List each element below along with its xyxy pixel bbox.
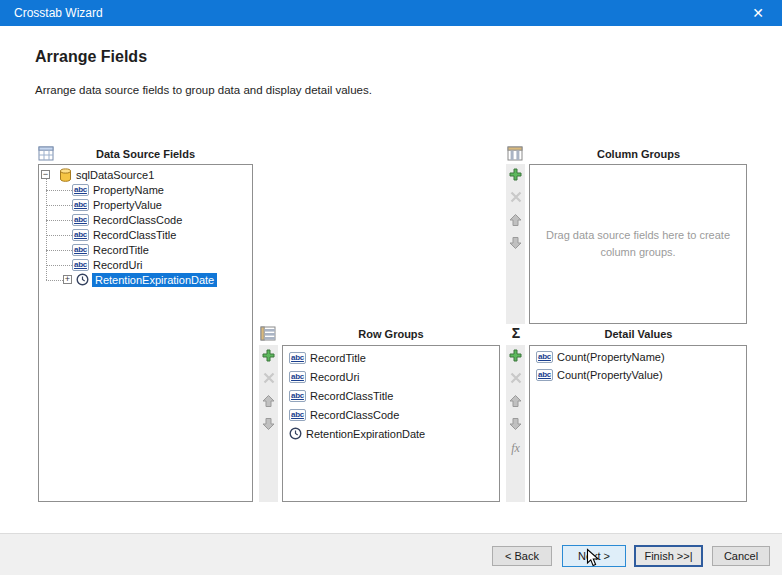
add-icon <box>261 348 276 366</box>
column-groups-placeholder: Drag data source fields here to create c… <box>530 165 746 323</box>
finish-button[interactable]: Finish >>| <box>634 545 703 567</box>
next-button[interactable]: Next > <box>562 545 626 567</box>
title-bar: Crosstab Wizard ✕ <box>0 0 782 26</box>
collapse-expander-icon[interactable]: − <box>41 170 50 179</box>
add-icon <box>508 167 523 185</box>
detail-values-toolbar: fx <box>506 345 525 502</box>
row-group-item[interactable]: RetentionExpirationDate <box>283 424 497 443</box>
tree-node-label: PropertyName <box>93 184 164 196</box>
text-field-icon: abc <box>72 244 89 256</box>
add-row-group-button[interactable] <box>261 349 276 364</box>
move-column-group-down-button[interactable] <box>508 237 523 252</box>
detail-value-item[interactable]: abc Count(PropertyName) <box>530 348 744 366</box>
tree-node-field-selected[interactable]: + RetentionExpirationDate <box>39 272 250 287</box>
detail-value-item[interactable]: abc Count(PropertyValue) <box>530 366 744 384</box>
row-group-item[interactable]: abc RecordClassTitle <box>283 386 497 405</box>
column-groups-icon <box>507 145 523 161</box>
detail-value-label: Count(PropertyName) <box>557 351 665 363</box>
row-group-label: RecordClassCode <box>310 409 399 421</box>
cancel-button[interactable]: Cancel <box>712 546 770 566</box>
page-subtitle: Arrange data source fields to group data… <box>35 84 372 96</box>
expression-button[interactable]: fx <box>508 441 523 456</box>
row-groups-title: Row Groups <box>282 328 500 340</box>
tree-node-label: RetentionExpirationDate <box>92 273 217 287</box>
row-group-label: RecordUri <box>310 371 360 383</box>
move-up-icon <box>509 213 522 230</box>
tree-node-field[interactable]: abc RecordClassCode <box>39 212 250 227</box>
move-row-group-up-button[interactable] <box>261 395 276 410</box>
text-field-icon: abc <box>72 214 89 226</box>
delete-icon <box>509 190 523 207</box>
column-groups-toolbar <box>506 164 525 324</box>
database-icon <box>59 168 72 182</box>
close-icon: ✕ <box>752 5 764 21</box>
row-groups-toolbar <box>259 345 278 502</box>
footer-bar: < Back Next > Finish >>| Cancel <box>0 533 782 575</box>
expand-expander-icon[interactable]: + <box>63 275 72 284</box>
data-source-fields-title: Data Source Fields <box>38 148 253 160</box>
tree-node-label: RecordClassTitle <box>93 229 176 241</box>
window-title: Crosstab Wizard <box>14 6 103 20</box>
move-down-icon <box>262 417 275 434</box>
detail-values-list[interactable]: abc Count(PropertyName) abc Count(Proper… <box>529 345 747 502</box>
text-field-icon: abc <box>72 199 89 211</box>
text-field-icon: abc <box>72 229 89 241</box>
column-groups-list[interactable]: Drag data source fields here to create c… <box>529 164 747 324</box>
data-source-fields-tree[interactable]: − sqlDataSource1 abc PropertyName abc Pr… <box>38 164 253 502</box>
crosstab-wizard-dialog: Crosstab Wizard ✕ Arrange Fields Arrange… <box>0 0 782 575</box>
row-group-item[interactable]: abc RecordUri <box>283 367 497 386</box>
remove-column-group-button[interactable] <box>508 191 523 206</box>
column-groups-title: Column Groups <box>530 148 747 160</box>
tree-node-field[interactable]: abc PropertyValue <box>39 197 250 212</box>
row-group-item[interactable]: abc RecordClassCode <box>283 405 497 424</box>
move-detail-value-down-button[interactable] <box>508 418 523 433</box>
add-icon <box>508 348 523 366</box>
tree-node-root[interactable]: − sqlDataSource1 <box>39 167 250 182</box>
wizard-page: Arrange Fields Arrange data source field… <box>0 26 782 533</box>
tree-node-field[interactable]: abc PropertyName <box>39 182 250 197</box>
page-title: Arrange Fields <box>35 48 147 66</box>
tree-node-field[interactable]: abc RecordTitle <box>39 242 250 257</box>
row-group-item[interactable]: abc RecordTitle <box>283 348 497 367</box>
add-detail-value-button[interactable] <box>508 349 523 364</box>
row-groups-list[interactable]: abc RecordTitle abc RecordUri abc Record… <box>282 345 500 502</box>
tree-node-field[interactable]: abc RecordClassTitle <box>39 227 250 242</box>
remove-row-group-button[interactable] <box>261 372 276 387</box>
tree-node-label: sqlDataSource1 <box>76 169 154 181</box>
move-down-icon <box>509 236 522 253</box>
row-group-label: RecordClassTitle <box>310 390 393 402</box>
move-detail-value-up-button[interactable] <box>508 395 523 410</box>
tree-node-label: RecordUri <box>93 259 143 271</box>
tree-node-label: RecordTitle <box>93 244 149 256</box>
add-column-group-button[interactable] <box>508 168 523 183</box>
tree-node-label: RecordClassCode <box>93 214 182 226</box>
text-field-icon: abc <box>289 371 306 383</box>
move-up-icon <box>509 394 522 411</box>
detail-values-title: Detail Values <box>530 328 747 340</box>
row-groups-icon <box>260 325 276 341</box>
detail-values-sigma-icon: Σ <box>508 325 524 341</box>
move-row-group-down-button[interactable] <box>261 418 276 433</box>
remove-detail-value-button[interactable] <box>508 372 523 387</box>
text-field-icon: abc <box>289 409 306 421</box>
move-up-icon <box>262 394 275 411</box>
detail-value-label: Count(PropertyValue) <box>557 369 663 381</box>
back-button[interactable]: < Back <box>492 546 552 566</box>
row-group-label: RetentionExpirationDate <box>306 428 425 440</box>
delete-icon <box>509 371 523 388</box>
datetime-field-icon <box>289 427 302 440</box>
expression-fx-icon: fx <box>511 441 520 456</box>
text-field-icon: abc <box>536 351 553 363</box>
text-field-icon: abc <box>536 369 553 381</box>
text-field-icon: abc <box>72 184 89 196</box>
text-field-icon: abc <box>289 352 306 364</box>
tree-node-label: PropertyValue <box>93 199 162 211</box>
text-field-icon: abc <box>289 390 306 402</box>
close-button[interactable]: ✕ <box>740 0 776 26</box>
row-group-label: RecordTitle <box>310 352 366 364</box>
field-tree: − sqlDataSource1 abc PropertyName abc Pr… <box>39 165 252 501</box>
text-field-icon: abc <box>72 259 89 271</box>
tree-node-field[interactable]: abc RecordUri <box>39 257 250 272</box>
move-column-group-up-button[interactable] <box>508 214 523 229</box>
move-down-icon <box>509 417 522 434</box>
